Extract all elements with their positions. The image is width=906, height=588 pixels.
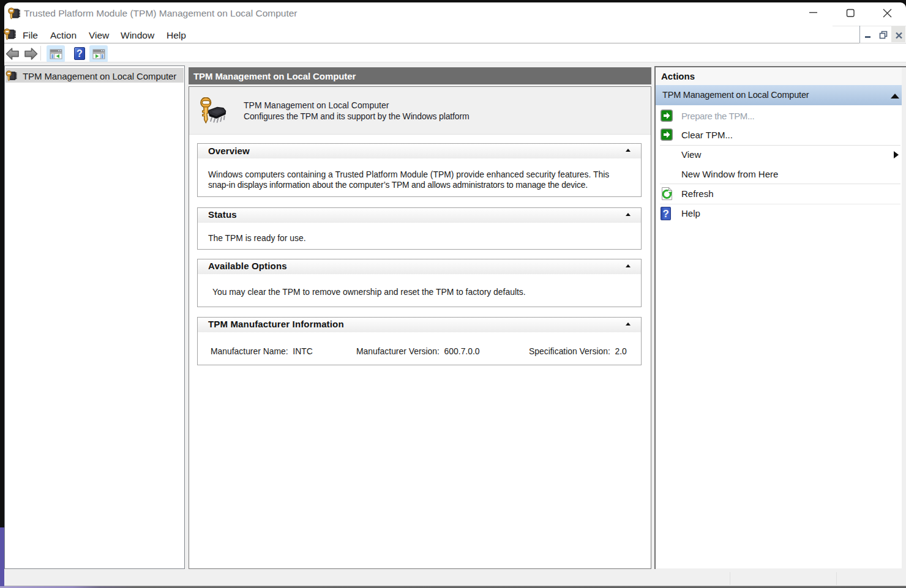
svg-text:?: ?	[77, 48, 83, 59]
svg-text:?: ?	[663, 208, 669, 220]
